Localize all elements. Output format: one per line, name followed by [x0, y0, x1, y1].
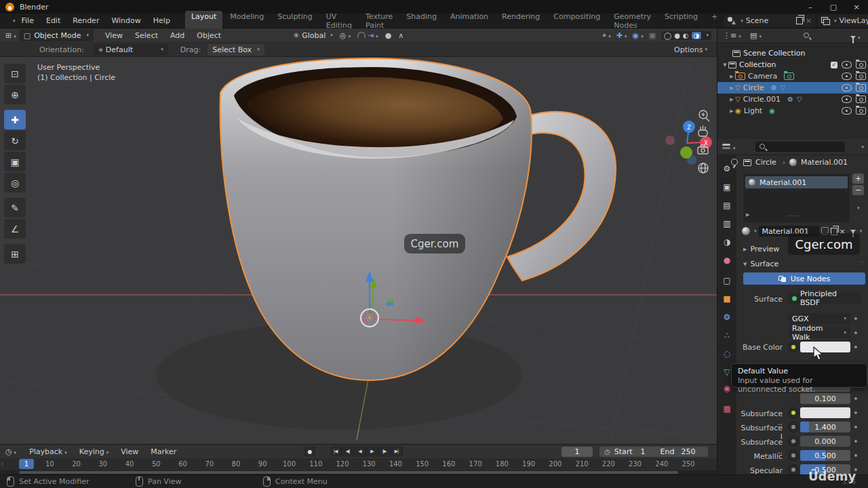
outliner-editor-type-icon[interactable]: ⋮≡▾ — [723, 31, 741, 40]
expand-icon[interactable]: ▶ — [728, 74, 735, 79]
maximize-button[interactable]: ▢ — [822, 0, 845, 14]
workspace-tab-shading[interactable]: Shading — [400, 11, 443, 31]
workspace-tab-animation[interactable]: Animation — [444, 11, 494, 31]
slot-expand-icon[interactable]: ▶ — [746, 212, 749, 218]
outliner-row[interactable]: ▼Collection✓ — [717, 59, 868, 70]
shading-wireframe[interactable]: ◯ — [664, 32, 671, 39]
properties-tab-output[interactable]: ▤ — [717, 198, 736, 213]
collection-expand-icon[interactable]: ▼ — [722, 62, 728, 68]
hide-viewport-icon[interactable] — [842, 96, 852, 103]
menu-edit[interactable]: Edit — [40, 16, 66, 25]
timeline-menu-marker[interactable]: Marker — [144, 447, 182, 456]
timeline-menu-view[interactable]: View — [115, 447, 144, 456]
distribution-dropdown[interactable]: GGX▾ — [788, 313, 850, 324]
timeline-expand-arrow[interactable]: › — [1, 461, 3, 467]
properties-tab-object[interactable]: ■ — [717, 291, 736, 306]
expand-icon[interactable]: ▶ — [728, 85, 735, 91]
playhead[interactable]: 1 — [19, 459, 34, 469]
timeline-scrollbar-thumb[interactable] — [19, 471, 678, 474]
minimize-button[interactable]: – — [799, 0, 822, 14]
properties-options-caret[interactable]: ▾ — [861, 144, 864, 150]
tool-measure[interactable]: ∠ — [4, 219, 26, 239]
menu-file[interactable]: File — [16, 16, 40, 25]
disable-render-icon[interactable] — [856, 107, 866, 115]
properties-tab-scene[interactable]: ◑ — [717, 235, 736, 249]
socket-dot[interactable] — [788, 407, 799, 418]
transport-next-keyframe[interactable]: |▶ — [378, 446, 391, 457]
viewport-menu-select[interactable]: Select — [129, 31, 164, 40]
viewport-menu-view[interactable]: View — [99, 31, 129, 40]
material-type-icon[interactable] — [742, 227, 750, 235]
properties-tab-view-layer[interactable]: ▥ — [717, 216, 736, 231]
animate-dot[interactable] — [854, 317, 857, 320]
options-dropdown[interactable]: Options ▾ — [674, 45, 707, 54]
remove-slot-button[interactable]: − — [852, 185, 864, 195]
base-color-socket[interactable] — [788, 342, 799, 352]
workspace-tab-layout[interactable]: Layout — [185, 11, 222, 31]
animate-dot[interactable] — [854, 411, 857, 414]
tool-move[interactable]: ✚ — [4, 110, 26, 129]
breadcrumb-material[interactable]: Material.001 — [801, 158, 848, 167]
view-layer-selector[interactable]: ▾ ViewLayer × — [818, 15, 868, 27]
record-button[interactable]: ● — [304, 446, 316, 457]
properties-tab-texture[interactable]: ▦ — [717, 401, 736, 416]
animate-dot[interactable] — [854, 454, 857, 457]
surface-panel-header[interactable]: ▼Surface — [743, 260, 778, 268]
base-color-swatch[interactable] — [800, 342, 850, 352]
properties-tab-physics[interactable]: ◌ — [717, 346, 736, 361]
properties-search-input[interactable] — [755, 142, 845, 152]
hide-viewport-icon[interactable] — [842, 84, 852, 92]
new-scene-icon[interactable] — [796, 17, 803, 24]
gizmos-dropdown[interactable]: ✚▾ — [616, 31, 627, 40]
outliner-row[interactable]: ▶◉Light◉ — [717, 105, 868, 117]
shading-rendered[interactable]: ◑ — [692, 32, 702, 39]
disable-render-icon[interactable] — [856, 61, 866, 68]
menu-window[interactable]: Window — [105, 16, 146, 25]
workspace-tab-geometry-nodes[interactable]: Geometry Nodes — [608, 11, 657, 31]
properties-tab-render[interactable]: ▣ — [717, 180, 736, 195]
use-nodes-button[interactable]: Use Nodes — [743, 272, 865, 285]
transport-jump-end[interactable]: ▶| — [391, 446, 403, 457]
shading-dropdown[interactable]: ▾ — [706, 33, 709, 38]
subsurface-method-dropdown[interactable]: Random Walk▾ — [788, 327, 850, 338]
animate-dot[interactable] — [854, 397, 857, 400]
menu-help[interactable]: Help — [147, 16, 176, 25]
socket-dot[interactable] — [788, 422, 799, 432]
disable-render-icon[interactable] — [856, 73, 866, 80]
outliner-row[interactable]: ▶▽Circle.001⚙▽ — [717, 94, 868, 105]
delete-scene-icon[interactable]: × — [806, 16, 812, 25]
workspace-tab-compositing[interactable]: Compositing — [547, 11, 606, 31]
current-frame-field[interactable]: 1 — [561, 447, 593, 457]
properties-tab-world[interactable]: ● — [717, 253, 736, 268]
mode-dropdown[interactable]: ▢ Object Mode ▾ — [19, 29, 94, 41]
hide-viewport-icon[interactable] — [842, 73, 852, 80]
number-field[interactable]: 0.000 — [800, 436, 850, 447]
transport-play[interactable]: ▶ — [366, 446, 378, 457]
properties-tab-collection[interactable]: ▢ — [717, 273, 736, 288]
outliner-filter-icon[interactable]: ▾ — [850, 33, 861, 41]
workspace-tab-texture-paint[interactable]: Texture Paint — [359, 11, 399, 31]
outliner-row[interactable]: ▶▽Circle⚙▽ — [717, 82, 868, 94]
surface-value-dropdown[interactable]: Principled BSDF — [788, 293, 861, 304]
expand-icon[interactable]: ▶ — [728, 108, 735, 114]
viewport-menu-add[interactable]: Add — [164, 31, 191, 40]
number-field[interactable]: 0.100 — [800, 393, 850, 404]
shading-solid[interactable]: ● — [674, 32, 680, 39]
viewport-3d[interactable]: Z X — [0, 57, 717, 444]
transport-jump-start[interactable]: |◀ — [330, 446, 342, 457]
workspace-tab-modeling[interactable]: Modeling — [224, 11, 270, 31]
tool-select-box[interactable]: ⊡ — [4, 64, 26, 83]
material-filter-icon[interactable] — [850, 230, 856, 233]
outliner-display-mode-icon[interactable]: ▤▾ — [750, 31, 762, 40]
drag-dropdown[interactable]: Select Box ▾ — [208, 44, 264, 56]
overlays-dropdown[interactable]: ◉▾ — [633, 31, 644, 40]
slot-specials-caret[interactable]: ▾ — [857, 205, 860, 211]
animate-dot[interactable] — [854, 331, 857, 334]
breadcrumb-object[interactable]: Circle — [755, 158, 776, 167]
workspace-tab-scripting[interactable]: Scripting — [658, 11, 704, 31]
socket-dot[interactable] — [788, 464, 799, 474]
xray-toggle[interactable]: ▣ — [649, 31, 656, 40]
color-swatch-field[interactable] — [800, 407, 850, 418]
timeline-menu-playback[interactable]: Playback▾ — [23, 447, 73, 456]
close-button[interactable]: × — [845, 0, 868, 14]
